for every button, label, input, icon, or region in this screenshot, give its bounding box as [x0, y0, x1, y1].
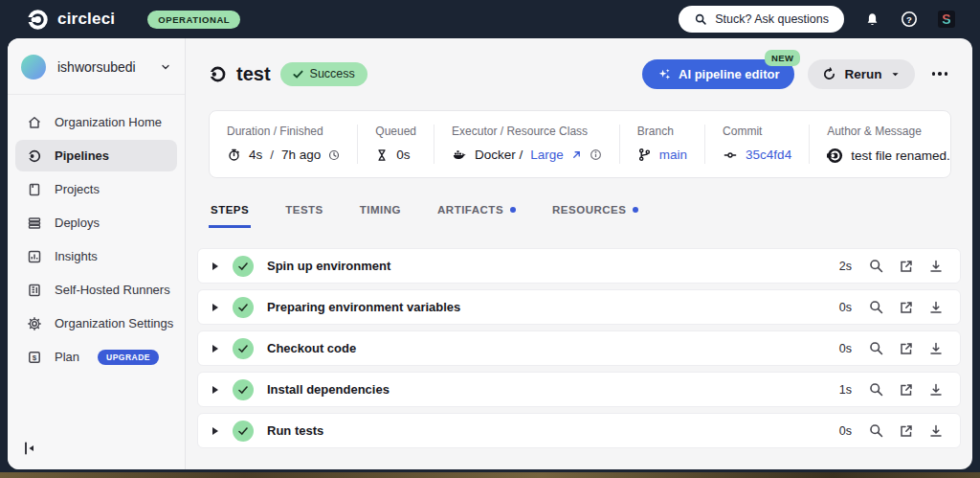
- hourglass-icon: [375, 148, 389, 162]
- tab-artifacts[interactable]: ARTIFACTS: [435, 204, 518, 228]
- step-duration: 0s: [839, 342, 852, 355]
- workflow-icon: [209, 65, 227, 83]
- svg-text:?: ?: [906, 14, 912, 25]
- branch-link[interactable]: main: [659, 148, 687, 162]
- sidebar-item-projects[interactable]: Projects: [15, 173, 177, 205]
- status-badge: Success: [280, 62, 368, 86]
- collapse-sidebar-button[interactable]: [23, 441, 36, 456]
- more-options-button[interactable]: [928, 68, 952, 80]
- pipelines-icon: [27, 148, 42, 164]
- info-icon[interactable]: [590, 148, 602, 161]
- notifications-bell-icon[interactable]: [864, 11, 880, 28]
- desktop-wallpaper-strip: [0, 472, 980, 478]
- expand-caret-icon[interactable]: [212, 262, 218, 270]
- rerun-dropdown-caret[interactable]: [890, 69, 901, 80]
- download-icon[interactable]: [928, 259, 944, 274]
- meta-queued: Queued 0s: [357, 125, 434, 164]
- step-duration: 0s: [839, 424, 852, 438]
- clock-icon: [328, 149, 340, 161]
- success-check-icon: [233, 256, 254, 277]
- brand-text: circleci: [57, 10, 115, 29]
- runners-icon: [27, 283, 42, 298]
- org-avatar: [21, 55, 46, 80]
- step-row-run-tests[interactable]: Run tests 0s: [197, 413, 961, 448]
- expand-caret-icon[interactable]: [212, 304, 218, 311]
- commit-icon: [723, 148, 738, 162]
- step-row-checkout-code[interactable]: Checkout code 0s: [197, 330, 961, 366]
- step-row-spin-up-environment[interactable]: Spin up environment 2s: [197, 248, 961, 284]
- download-icon[interactable]: [928, 341, 944, 356]
- tab-bar: STEPS TESTS TIMING ARTIFACTS RESOURCES: [209, 204, 951, 228]
- sidebar-item-insights[interactable]: Insights: [15, 240, 177, 272]
- sidebar-item-organization-home[interactable]: Organization Home: [15, 106, 177, 138]
- search-step-icon[interactable]: [868, 299, 884, 315]
- notification-dot: [633, 207, 638, 213]
- gear-icon: [27, 316, 42, 331]
- sidebar-item-pipelines[interactable]: Pipelines: [15, 140, 177, 171]
- resource-class-link[interactable]: Large: [530, 148, 564, 162]
- step-duration: 0s: [839, 301, 852, 314]
- search-step-icon[interactable]: [868, 381, 884, 398]
- open-in-new-icon[interactable]: [899, 423, 914, 439]
- external-link-icon: [571, 149, 582, 160]
- check-icon: [293, 69, 303, 80]
- sparkles-icon: [657, 67, 672, 81]
- open-in-new-icon[interactable]: [899, 300, 914, 315]
- open-in-new-icon[interactable]: [899, 259, 914, 274]
- chevron-down-icon: [160, 61, 171, 73]
- tab-tests[interactable]: TESTS: [283, 204, 325, 228]
- sidebar-nav: Organization Home Pipelines: [8, 106, 185, 373]
- tab-steps[interactable]: STEPS: [209, 204, 251, 228]
- step-duration: 2s: [839, 260, 852, 273]
- meta-author: Author & Message test file renamed.: [809, 125, 968, 164]
- ask-questions-button[interactable]: Stuck? Ask questions: [679, 6, 844, 33]
- expand-caret-icon[interactable]: [212, 386, 218, 394]
- operational-status-badge[interactable]: OPERATIONAL: [147, 11, 240, 29]
- author-avatar: [827, 148, 843, 164]
- step-duration: 1s: [839, 383, 852, 397]
- home-icon: [27, 115, 42, 130]
- svg-text:$: $: [33, 353, 37, 362]
- steps-list: Spin up environment 2s Preparing environ…: [197, 248, 961, 448]
- new-badge: NEW: [765, 50, 800, 66]
- rerun-refresh-icon: [822, 67, 836, 81]
- user-avatar[interactable]: S: [938, 11, 955, 28]
- search-icon: [694, 12, 707, 26]
- sidebar: ishworsubedi Organization Home: [8, 38, 186, 469]
- content-panel: ishworsubedi Organization Home: [8, 38, 972, 469]
- step-row-install-dependencies[interactable]: Install dependencies 1s: [197, 372, 961, 407]
- sidebar-item-self-hosted-runners[interactable]: Self-Hosted Runners: [15, 274, 177, 306]
- org-switcher[interactable]: ishworsubedi: [8, 38, 185, 95]
- circleci-logo[interactable]: circleci: [27, 9, 115, 31]
- ai-pipeline-editor-button[interactable]: AI pipeline editor NEW: [642, 59, 794, 89]
- top-bar: circleci OPERATIONAL Stuck? Ask question…: [0, 0, 980, 38]
- sidebar-item-plan[interactable]: $ Plan UPGRADE: [15, 341, 177, 373]
- tab-resources[interactable]: RESOURCES: [550, 204, 640, 228]
- download-icon[interactable]: [928, 382, 944, 398]
- meta-commit: Commit 35c4fd4: [704, 125, 809, 164]
- pipeline-meta-card: Duration / Finished 4s / 7h ago: [209, 110, 951, 178]
- help-icon[interactable]: ?: [901, 11, 918, 28]
- download-icon[interactable]: [928, 423, 944, 439]
- rerun-button[interactable]: Rerun: [808, 59, 914, 89]
- step-row-preparing-environment-variables[interactable]: Preparing environment variables 0s: [197, 289, 961, 325]
- projects-icon: [27, 182, 42, 197]
- search-step-icon[interactable]: [868, 258, 884, 274]
- open-in-new-icon[interactable]: [899, 341, 914, 356]
- tab-timing[interactable]: TIMING: [358, 204, 403, 228]
- download-icon[interactable]: [928, 300, 944, 315]
- meta-executor: Executor / Resource Class Docker / Large: [434, 125, 619, 164]
- circleci-logo-icon: [27, 9, 49, 31]
- search-step-icon[interactable]: [868, 422, 884, 439]
- open-in-new-icon[interactable]: [899, 382, 914, 398]
- expand-caret-icon[interactable]: [212, 345, 218, 353]
- meta-duration: Duration / Finished 4s / 7h ago: [210, 125, 357, 164]
- commit-link[interactable]: 35c4fd4: [746, 148, 791, 162]
- sidebar-item-deploys[interactable]: Deploys: [15, 207, 177, 239]
- sidebar-item-organization-settings[interactable]: Organization Settings: [15, 307, 177, 339]
- deploys-icon: [27, 216, 42, 231]
- search-step-icon[interactable]: [868, 340, 884, 356]
- upgrade-badge[interactable]: UPGRADE: [98, 350, 159, 365]
- expand-caret-icon[interactable]: [212, 427, 218, 435]
- success-check-icon: [233, 421, 254, 442]
